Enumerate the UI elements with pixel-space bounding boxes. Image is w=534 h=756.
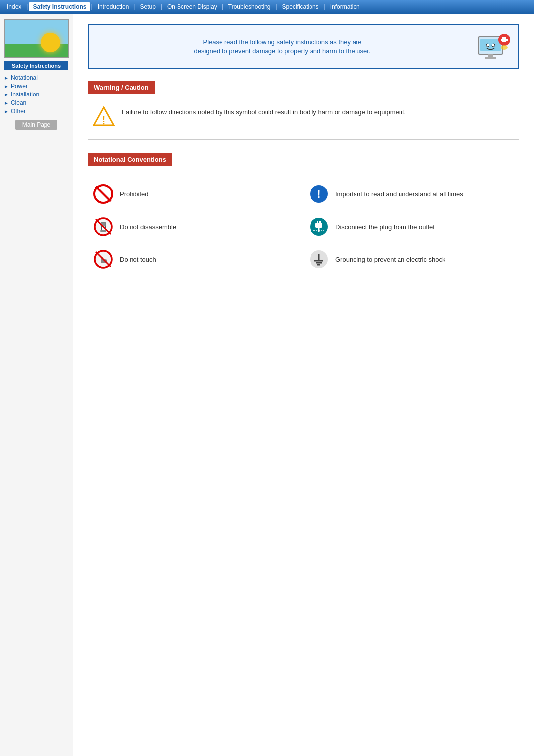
warning-triangle-icon: ! [93,105,115,127]
nav-sep-2: | [91,3,93,10]
hero-box: Please read the following safety instruc… [88,24,519,69]
svg-rect-26 [317,221,318,224]
arrow-icon: ► [4,109,9,114]
warning-header: Warning / Caution [88,81,155,94]
notational-item-disconnect-plug: Disconnect the plug from the outlet [304,210,519,243]
svg-rect-22 [100,230,106,232]
nav-sep-7: | [324,3,325,10]
svg-rect-8 [501,39,508,41]
warning-body: ! Failure to follow directions noted by … [88,100,519,135]
notational-grid: Prohibited ! Important to read and under… [88,178,519,276]
svg-point-9 [501,45,508,50]
prohibited-icon [93,184,114,204]
arrow-icon: ► [4,84,9,89]
sidebar-item-clean[interactable]: ► Clean [4,99,69,106]
sidebar-link-power[interactable]: Power [11,83,28,90]
no-touch-label: Do not touch [120,256,156,263]
arrow-icon: ► [4,100,9,106]
nav-safety-instructions[interactable]: Safety Instructions [29,2,90,11]
notational-header: Notational Conventions [88,153,172,166]
main-content: Please read the following safety instruc… [73,14,534,756]
sidebar-item-installation[interactable]: ► Installation [4,91,69,98]
nav-sep-5: | [222,3,223,10]
hero-line1: Please read the following safety instruc… [203,38,362,46]
notational-item-no-disassemble: Do not disassemble [88,210,304,243]
disconnect-plug-label: Disconnect the plug from the outlet [335,223,435,231]
nav-index[interactable]: Index [3,2,25,11]
important-label: Important to read and understand at all … [335,190,463,198]
no-touch-icon [93,249,114,270]
nav-information[interactable]: Information [326,2,364,11]
grounding-label: Grounding to prevent an electric shock [335,256,445,263]
hero-illustration [476,32,513,64]
sidebar-image [4,19,69,58]
notational-item-important: ! Important to read and understand at al… [304,178,519,210]
sidebar-link-installation[interactable]: Installation [11,91,39,98]
sidebar-link-clean[interactable]: Clean [11,99,26,106]
no-disassemble-label: Do not disassemble [120,223,176,231]
nav-sep-4: | [161,3,162,10]
warning-text: Failure to follow directions noted by th… [122,105,406,117]
sidebar-item-power[interactable]: ► Power [4,83,69,90]
notational-item-grounding: Grounding to prevent an electric shock [304,243,519,276]
important-icon: ! [309,184,329,204]
disconnect-plug-icon [309,216,329,237]
sidebar-link-other[interactable]: Other [11,108,26,115]
navbar: Index | Safety Instructions | Introducti… [0,0,534,14]
no-disassemble-icon [93,216,114,237]
arrow-icon: ► [4,75,9,81]
grounding-icon [309,249,329,270]
svg-rect-3 [485,57,496,59]
hero-text: Please read the following safety instruc… [97,37,468,56]
svg-point-12 [103,123,105,125]
nav-sep-3: | [134,3,135,10]
svg-point-5 [492,44,495,47]
sidebar-nav: ► Notational ► Power ► Installation ► Cl… [0,74,73,115]
hero-line2: designed to prevent damage to property a… [194,47,370,55]
divider [88,139,519,140]
nav-introduction[interactable]: Introduction [94,2,133,11]
sidebar-title: Safety Instructions [4,61,68,70]
nav-setup[interactable]: Setup [136,2,159,11]
svg-text:!: ! [317,188,320,200]
sidebar: Safety Instructions ► Notational ► Power… [0,14,73,756]
nav-sep-6: | [275,3,277,10]
svg-rect-25 [315,223,322,228]
svg-rect-2 [488,54,493,57]
sidebar-item-other[interactable]: ► Other [4,108,69,115]
nav-specifications[interactable]: Specifications [278,2,323,11]
svg-text:!: ! [102,114,105,124]
nav-troubleshooting[interactable]: Troubleshooting [224,2,275,11]
main-page-button[interactable]: Main Page [15,120,57,130]
prohibited-label: Prohibited [120,190,149,198]
nav-sep-1: | [26,3,28,10]
hero-image [476,32,510,61]
sidebar-link-notational[interactable]: Notational [11,74,38,81]
svg-point-4 [486,44,489,47]
svg-line-14 [96,187,111,201]
arrow-icon: ► [4,92,9,97]
warning-section: Warning / Caution ! Failure to follow di… [88,81,519,140]
sidebar-item-notational[interactable]: ► Notational [4,74,69,81]
notational-item-no-touch: Do not touch [88,243,304,276]
notational-item-prohibited: Prohibited [88,178,304,210]
nav-osd[interactable]: On-Screen Display [163,2,221,11]
svg-rect-27 [319,221,321,224]
notational-section: Notational Conventions Prohibited [88,153,519,276]
